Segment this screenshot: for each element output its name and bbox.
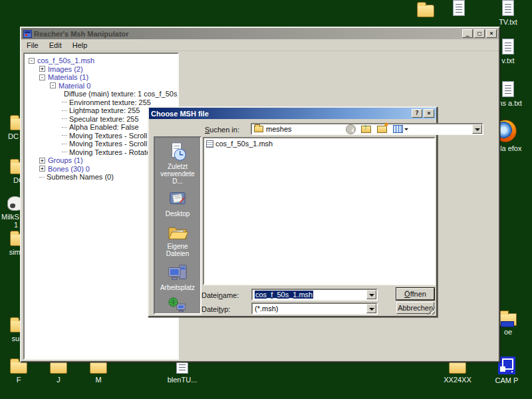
chevron-down-icon[interactable] [366,290,376,299]
dialog-titlebar[interactable]: Choose MSH file ? × [149,108,436,119]
expand-icon[interactable]: + [39,166,45,172]
desktop-icon-folder-top[interactable] [410,1,442,19]
back-button[interactable] [344,123,357,135]
expand-icon[interactable]: + [39,158,45,164]
views-button[interactable] [391,123,410,135]
app-icon [23,30,32,38]
filename-value: cos_f_50s_1.msh [255,291,313,299]
collapse-icon[interactable]: - [39,74,45,80]
text-file-icon [502,81,514,97]
file-item-msh[interactable]: cos_f_50s_1.msh [206,140,432,148]
filetype-combobox[interactable]: (*.msh) [251,303,378,315]
desktop-icon [168,190,188,209]
new-folder-button[interactable] [375,123,388,135]
cancel-button[interactable]: Abbrechen [396,302,434,314]
dialog-title: Choose MSH file [151,110,410,118]
tree-item-diffuse-texture[interactable]: Diffuse (main) texture: 1 cos_f_50s_1.dd… [62,90,178,98]
help-button[interactable]: ? [412,109,422,118]
open-button[interactable]: Öffnen [396,288,434,300]
filename-label: Dateiname: [201,291,239,299]
menu-help[interactable]: Help [67,40,93,51]
views-icon [393,125,403,133]
maximize-button[interactable]: □ [474,29,485,38]
back-icon [346,124,356,134]
up-folder-icon [361,126,371,133]
tree-item-environment-texture[interactable]: Environment texture: 255 [62,98,178,107]
chevron-down-icon [404,128,408,132]
tree-item-materials[interactable]: -Materials (1) [39,73,178,82]
folder-icon [10,361,27,374]
desktop-icon-text-top1[interactable] [443,0,475,18]
place-network[interactable]: Netzwerkumge... [155,297,200,315]
close-icon[interactable]: × [424,109,434,118]
chevron-down-icon[interactable] [472,124,482,134]
expand-icon[interactable]: + [39,66,45,72]
chevron-down-icon[interactable] [366,304,376,313]
file-list[interactable]: cos_f_50s_1.msh [203,137,436,285]
main-window-titlebar[interactable]: Reacher's Msh Manipulator _ □ × [21,28,499,39]
text-file-icon [502,39,514,55]
tree-item-images[interactable]: +Images (2) [39,65,178,74]
folder-icon [50,361,67,374]
folder-app-icon [499,313,517,326]
look-in-label: Suchen in: [205,126,239,134]
network-icon [167,297,188,315]
collapse-icon[interactable]: - [29,58,35,64]
text-file-icon [502,0,514,16]
my-documents-icon [167,223,188,241]
place-my-computer[interactable]: Arbeitsplatz [155,263,200,291]
camera-app-icon [498,356,515,374]
place-desktop[interactable]: Desktop [155,190,200,217]
menubar: File Edit Help [21,39,499,51]
menu-file[interactable]: File [21,40,44,51]
my-computer-icon [167,263,188,283]
up-one-level-button[interactable] [359,123,372,135]
folder-icon [417,5,434,17]
place-recent-documents[interactable]: Zuletzt verwendete D... [155,142,200,185]
new-folder-icon [377,126,387,133]
filetype-value: (*.msh) [255,305,364,313]
folder-icon [449,361,466,374]
place-my-documents[interactable]: Eigene Dateien [155,223,200,257]
menu-edit[interactable]: Edit [44,40,67,51]
minimize-button[interactable]: _ [462,29,473,38]
collapse-icon[interactable]: - [50,82,56,88]
text-file-icon [453,0,465,16]
folder-icon [90,361,107,374]
tree-item-material-0[interactable]: -Material 0 [50,82,178,90]
desktop-icon-tv-txt[interactable]: TV.txt [492,0,524,26]
choose-msh-file-dialog: Choose MSH file ? × Suchen in: meshes Zu… [148,106,438,317]
tree-item-root[interactable]: -cos_f_50s_1.msh [29,57,178,65]
places-bar: Zuletzt verwendete D... Desktop Eigene D… [154,136,201,315]
msh-file-icon [206,140,213,148]
folder-icon [254,126,263,132]
close-button[interactable]: × [486,29,497,38]
recent-documents-icon [168,142,188,162]
filename-combobox[interactable]: cos_f_50s_1.msh [251,289,378,301]
filetype-label: Dateityp: [201,305,230,313]
window-title: Reacher's Msh Manipulator [34,30,460,38]
